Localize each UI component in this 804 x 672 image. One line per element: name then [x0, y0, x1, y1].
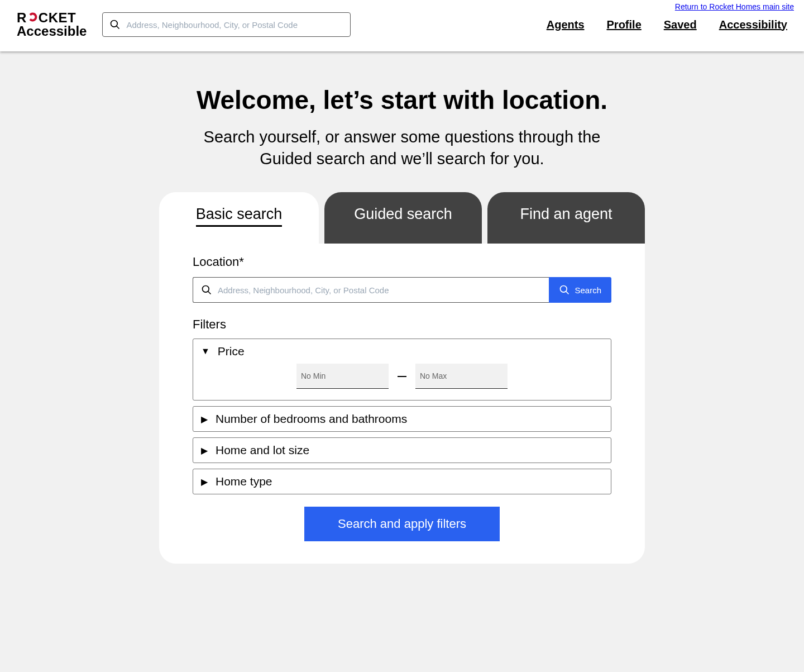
tab-basic-label: Basic search — [196, 206, 283, 227]
hero-title: Welcome, let’s start with location. — [11, 85, 793, 115]
location-input-wrap[interactable] — [193, 277, 549, 303]
search-panel-wrap: Basic search Guided search Find an agent… — [159, 192, 645, 564]
logo-rocket: R CKET — [17, 11, 87, 25]
filters-label: Filters — [193, 317, 611, 332]
main-nav: Agents Profile Saved Accessibility — [547, 18, 787, 31]
svg-line-3 — [208, 292, 211, 294]
location-row: Search — [193, 277, 611, 303]
chevron-down-icon: ▼ — [201, 346, 210, 356]
filter-price-header[interactable]: ▼ Price — [193, 339, 611, 364]
chevron-right-icon: ▶ — [201, 445, 208, 456]
filter-home-lot-header[interactable]: ▶ Home and lot size — [193, 438, 611, 463]
filter-bed-bath-title: Number of bedrooms and bathrooms — [216, 412, 407, 426]
location-label: Location* — [193, 255, 611, 269]
filter-bed-bath-header[interactable]: ▶ Number of bedrooms and bathrooms — [193, 407, 611, 431]
tab-basic-search[interactable]: Basic search — [159, 192, 319, 244]
nav-profile[interactable]: Profile — [607, 18, 642, 31]
apply-filters-button[interactable]: Search and apply filters — [304, 507, 500, 541]
logo-suffix: CKET — [39, 11, 76, 25]
logo-accessible: Accessible — [17, 25, 87, 38]
tab-find-agent[interactable]: Find an agent — [487, 192, 645, 244]
filter-price-title: Price — [218, 345, 245, 358]
hero-section: Welcome, let’s start with location. Sear… — [0, 51, 804, 187]
header-search-input[interactable] — [126, 20, 343, 30]
nav-saved[interactable]: Saved — [664, 18, 697, 31]
range-dash-icon — [398, 376, 406, 377]
header-main: R CKET Accessible Agents Profile Saved A… — [0, 11, 804, 51]
svg-point-0 — [111, 21, 118, 27]
logo[interactable]: R CKET Accessible — [17, 11, 87, 38]
basic-search-panel: Location* Search Filters ▼ Pric — [159, 244, 645, 564]
tab-guided-search[interactable]: Guided search — [324, 192, 482, 244]
hero-subtitle: Search yourself, or answer some question… — [190, 126, 614, 170]
price-min-input[interactable] — [296, 364, 389, 389]
filter-price: ▼ Price — [193, 339, 611, 401]
svg-line-1 — [117, 26, 119, 29]
filter-home-type-header[interactable]: ▶ Home type — [193, 469, 611, 494]
logo-o-icon — [27, 12, 38, 22]
location-search-button[interactable]: Search — [549, 277, 611, 303]
search-icon — [109, 19, 121, 30]
filter-bed-bath: ▶ Number of bedrooms and bathrooms — [193, 406, 611, 432]
tab-agent-label: Find an agent — [520, 206, 612, 222]
filter-home-lot-title: Home and lot size — [216, 444, 309, 457]
return-main-site-link[interactable]: Return to Rocket Homes main site — [675, 2, 794, 11]
search-icon — [201, 284, 212, 296]
site-header: Return to Rocket Homes main site R CKET … — [0, 0, 804, 51]
filter-home-lot: ▶ Home and lot size — [193, 437, 611, 463]
search-tabs: Basic search Guided search Find an agent — [159, 192, 645, 244]
filter-home-type: ▶ Home type — [193, 469, 611, 494]
search-icon — [559, 284, 570, 296]
header-top-link-wrap: Return to Rocket Homes main site — [0, 0, 804, 11]
tab-guided-label: Guided search — [354, 206, 452, 222]
logo-prefix: R — [17, 11, 27, 25]
svg-line-5 — [566, 292, 569, 294]
svg-point-2 — [203, 286, 209, 293]
filter-home-type-title: Home type — [216, 475, 272, 488]
chevron-right-icon: ▶ — [201, 414, 208, 425]
filter-price-body — [193, 364, 611, 400]
svg-point-4 — [561, 286, 567, 293]
location-input[interactable] — [218, 285, 541, 295]
chevron-right-icon: ▶ — [201, 476, 208, 487]
header-search-box[interactable] — [102, 12, 351, 37]
price-max-input[interactable] — [415, 364, 508, 389]
location-search-button-label: Search — [575, 285, 601, 295]
nav-accessibility[interactable]: Accessibility — [719, 18, 787, 31]
nav-agents[interactable]: Agents — [547, 18, 585, 31]
